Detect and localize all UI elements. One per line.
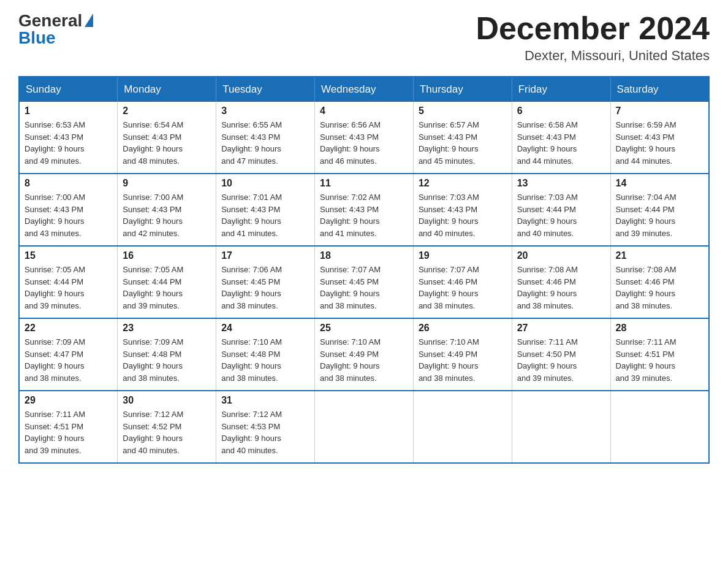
- logo-triangle-icon: [85, 13, 93, 27]
- col-friday: Friday: [512, 77, 610, 102]
- calendar-cell: 12Sunrise: 7:03 AMSunset: 4:43 PMDayligh…: [413, 174, 512, 246]
- day-info: Sunrise: 7:08 AMSunset: 4:46 PMDaylight:…: [616, 264, 703, 312]
- day-number: 6: [517, 105, 605, 117]
- calendar-cell: [315, 391, 414, 463]
- day-number: 3: [221, 105, 309, 117]
- day-number: 31: [221, 395, 309, 406]
- day-info: Sunrise: 6:57 AMSunset: 4:43 PMDaylight:…: [419, 119, 507, 167]
- day-number: 4: [320, 105, 408, 117]
- day-number: 5: [419, 105, 507, 117]
- calendar-week-3: 15Sunrise: 7:05 AMSunset: 4:44 PMDayligh…: [19, 246, 709, 318]
- day-info: Sunrise: 6:58 AMSunset: 4:43 PMDaylight:…: [517, 119, 605, 167]
- calendar-cell: 5Sunrise: 6:57 AMSunset: 4:43 PMDaylight…: [413, 102, 512, 174]
- col-saturday: Saturday: [610, 77, 709, 102]
- day-number: 11: [320, 178, 408, 189]
- calendar-cell: 3Sunrise: 6:55 AMSunset: 4:43 PMDaylight…: [216, 102, 315, 174]
- day-info: Sunrise: 7:07 AMSunset: 4:46 PMDaylight:…: [419, 264, 507, 312]
- calendar-cell: [610, 391, 709, 463]
- day-number: 8: [25, 178, 112, 189]
- day-info: Sunrise: 7:11 AMSunset: 4:50 PMDaylight:…: [517, 336, 605, 384]
- calendar-cell: [512, 391, 610, 463]
- calendar-cell: 30Sunrise: 7:12 AMSunset: 4:52 PMDayligh…: [118, 391, 216, 463]
- calendar-cell: 24Sunrise: 7:10 AMSunset: 4:48 PMDayligh…: [216, 318, 315, 391]
- day-info: Sunrise: 7:06 AMSunset: 4:45 PMDaylight:…: [221, 264, 309, 312]
- day-number: 1: [25, 105, 112, 117]
- day-info: Sunrise: 6:56 AMSunset: 4:43 PMDaylight:…: [320, 119, 408, 167]
- title-area: December 2024 Dexter, Missouri, United S…: [476, 12, 710, 64]
- calendar-cell: 31Sunrise: 7:12 AMSunset: 4:53 PMDayligh…: [216, 391, 315, 463]
- day-info: Sunrise: 7:03 AMSunset: 4:43 PMDaylight:…: [419, 191, 507, 239]
- calendar-cell: 6Sunrise: 6:58 AMSunset: 4:43 PMDaylight…: [512, 102, 610, 174]
- day-info: Sunrise: 7:10 AMSunset: 4:48 PMDaylight:…: [221, 336, 309, 384]
- day-number: 29: [25, 395, 112, 406]
- month-title: December 2024: [476, 12, 710, 44]
- day-number: 7: [616, 105, 703, 117]
- calendar-cell: 18Sunrise: 7:07 AMSunset: 4:45 PMDayligh…: [315, 246, 414, 318]
- col-sunday: Sunday: [19, 77, 118, 102]
- calendar-cell: 20Sunrise: 7:08 AMSunset: 4:46 PMDayligh…: [512, 246, 610, 318]
- logo: General Blue: [18, 12, 93, 47]
- calendar-week-4: 22Sunrise: 7:09 AMSunset: 4:47 PMDayligh…: [19, 318, 709, 391]
- calendar-cell: 11Sunrise: 7:02 AMSunset: 4:43 PMDayligh…: [315, 174, 414, 246]
- day-info: Sunrise: 7:01 AMSunset: 4:43 PMDaylight:…: [221, 191, 309, 239]
- day-number: 28: [616, 323, 703, 334]
- day-info: Sunrise: 6:53 AMSunset: 4:43 PMDaylight:…: [25, 119, 112, 167]
- day-info: Sunrise: 7:11 AMSunset: 4:51 PMDaylight:…: [25, 408, 112, 456]
- calendar-cell: 8Sunrise: 7:00 AMSunset: 4:43 PMDaylight…: [19, 174, 118, 246]
- day-info: Sunrise: 7:05 AMSunset: 4:44 PMDaylight:…: [123, 264, 211, 312]
- day-info: Sunrise: 7:09 AMSunset: 4:48 PMDaylight:…: [123, 336, 211, 384]
- calendar-cell: 10Sunrise: 7:01 AMSunset: 4:43 PMDayligh…: [216, 174, 315, 246]
- day-number: 22: [25, 323, 112, 334]
- calendar-cell: 14Sunrise: 7:04 AMSunset: 4:44 PMDayligh…: [610, 174, 709, 246]
- calendar-cell: 13Sunrise: 7:03 AMSunset: 4:44 PMDayligh…: [512, 174, 610, 246]
- day-number: 10: [221, 178, 309, 189]
- col-wednesday: Wednesday: [315, 77, 414, 102]
- day-number: 2: [123, 105, 211, 117]
- calendar-week-2: 8Sunrise: 7:00 AMSunset: 4:43 PMDaylight…: [19, 174, 709, 246]
- day-info: Sunrise: 7:09 AMSunset: 4:47 PMDaylight:…: [25, 336, 112, 384]
- day-number: 13: [517, 178, 605, 189]
- day-number: 20: [517, 250, 605, 261]
- day-number: 18: [320, 250, 408, 261]
- logo-general: General: [18, 12, 82, 29]
- calendar-cell: 15Sunrise: 7:05 AMSunset: 4:44 PMDayligh…: [19, 246, 118, 318]
- col-monday: Monday: [118, 77, 216, 102]
- day-info: Sunrise: 6:54 AMSunset: 4:43 PMDaylight:…: [123, 119, 211, 167]
- day-info: Sunrise: 7:05 AMSunset: 4:44 PMDaylight:…: [25, 264, 112, 312]
- calendar-cell: 4Sunrise: 6:56 AMSunset: 4:43 PMDaylight…: [315, 102, 414, 174]
- day-number: 16: [123, 250, 211, 261]
- calendar-cell: 16Sunrise: 7:05 AMSunset: 4:44 PMDayligh…: [118, 246, 216, 318]
- day-info: Sunrise: 7:08 AMSunset: 4:46 PMDaylight:…: [517, 264, 605, 312]
- day-number: 30: [123, 395, 211, 406]
- calendar-cell: 27Sunrise: 7:11 AMSunset: 4:50 PMDayligh…: [512, 318, 610, 391]
- calendar-cell: 7Sunrise: 6:59 AMSunset: 4:43 PMDaylight…: [610, 102, 709, 174]
- calendar-week-1: 1Sunrise: 6:53 AMSunset: 4:43 PMDaylight…: [19, 102, 709, 174]
- calendar-cell: 22Sunrise: 7:09 AMSunset: 4:47 PMDayligh…: [19, 318, 118, 391]
- col-tuesday: Tuesday: [216, 77, 315, 102]
- day-number: 12: [419, 178, 507, 189]
- calendar-cell: 17Sunrise: 7:06 AMSunset: 4:45 PMDayligh…: [216, 246, 315, 318]
- day-number: 15: [25, 250, 112, 261]
- day-number: 27: [517, 323, 605, 334]
- calendar-cell: 29Sunrise: 7:11 AMSunset: 4:51 PMDayligh…: [19, 391, 118, 463]
- calendar-cell: 23Sunrise: 7:09 AMSunset: 4:48 PMDayligh…: [118, 318, 216, 391]
- calendar-table: Sunday Monday Tuesday Wednesday Thursday…: [18, 76, 710, 464]
- calendar-cell: 21Sunrise: 7:08 AMSunset: 4:46 PMDayligh…: [610, 246, 709, 318]
- day-number: 23: [123, 323, 211, 334]
- day-info: Sunrise: 7:02 AMSunset: 4:43 PMDaylight:…: [320, 191, 408, 239]
- day-number: 9: [123, 178, 211, 189]
- day-info: Sunrise: 7:10 AMSunset: 4:49 PMDaylight:…: [320, 336, 408, 384]
- calendar-cell: 19Sunrise: 7:07 AMSunset: 4:46 PMDayligh…: [413, 246, 512, 318]
- header-row: Sunday Monday Tuesday Wednesday Thursday…: [19, 77, 709, 102]
- day-info: Sunrise: 6:55 AMSunset: 4:43 PMDaylight:…: [221, 119, 309, 167]
- col-thursday: Thursday: [413, 77, 512, 102]
- day-info: Sunrise: 7:11 AMSunset: 4:51 PMDaylight:…: [616, 336, 703, 384]
- calendar-cell: 25Sunrise: 7:10 AMSunset: 4:49 PMDayligh…: [315, 318, 414, 391]
- day-info: Sunrise: 7:10 AMSunset: 4:49 PMDaylight:…: [419, 336, 507, 384]
- day-info: Sunrise: 7:12 AMSunset: 4:52 PMDaylight:…: [123, 408, 211, 456]
- calendar-cell: 1Sunrise: 6:53 AMSunset: 4:43 PMDaylight…: [19, 102, 118, 174]
- day-number: 19: [419, 250, 507, 261]
- day-number: 26: [419, 323, 507, 334]
- day-info: Sunrise: 7:07 AMSunset: 4:45 PMDaylight:…: [320, 264, 408, 312]
- day-number: 14: [616, 178, 703, 189]
